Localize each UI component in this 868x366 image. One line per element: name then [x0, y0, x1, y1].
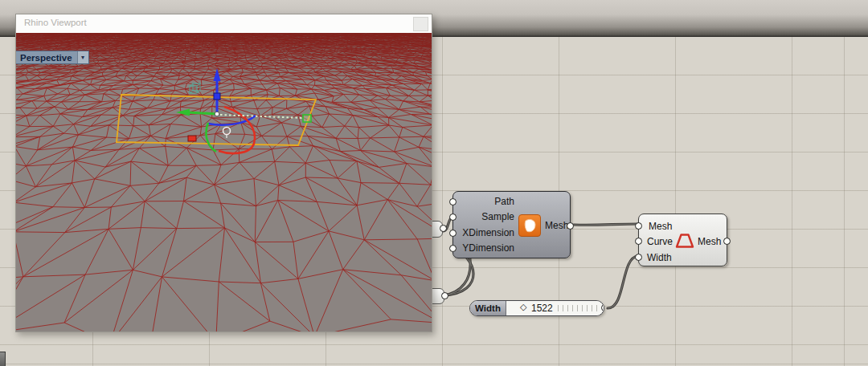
port-sample[interactable] [449, 214, 457, 221]
slider-label: Width [470, 301, 506, 315]
input-ydimension: YDimension [457, 241, 514, 257]
input-sample: Sample [457, 209, 514, 226]
port-path[interactable] [449, 198, 457, 205]
input-mesh: Mesh [649, 221, 672, 232]
clipped-ui-chip [0, 352, 6, 366]
close-button[interactable] [413, 17, 428, 31]
gumball-z-arrowhead[interactable] [214, 68, 221, 81]
input-width: Width [647, 252, 672, 263]
input-labels: Path Sample XDimension YDimension [457, 194, 514, 257]
rotate-arc-red[interactable] [219, 107, 255, 153]
drag-handle-green-square[interactable] [303, 115, 311, 122]
gumball-x-arrow[interactable] [188, 112, 217, 114]
width-number-slider[interactable]: Width ◇ 1522 [469, 300, 604, 316]
port-mesh-in[interactable] [635, 222, 642, 230]
window-titlebar[interactable]: Rhino Viewport [16, 14, 432, 34]
output-port[interactable] [440, 225, 447, 232]
slider-value: 1522 [531, 303, 553, 314]
viewport-mode-dropdown[interactable]: Perspective ▾ [16, 51, 89, 64]
input-curve: Curve [647, 236, 673, 247]
rhino-viewport-window[interactable]: Rhino Viewport [15, 14, 432, 332]
drag-track-dotted [220, 115, 304, 118]
chevron-down-icon[interactable]: ▾ [77, 51, 88, 63]
component-loft[interactable]: Mesh Curve Width Mesh [638, 214, 727, 266]
output-mesh-label: Mesh [698, 236, 721, 247]
trapezoid-icon [674, 233, 695, 249]
slider-track[interactable]: ◇ 1522 [506, 301, 604, 315]
slider-ticks [558, 305, 600, 311]
scale-handle-red[interactable] [188, 136, 196, 141]
rotate-arc-green[interactable] [206, 123, 216, 152]
snap-cube-icon [190, 83, 200, 93]
viewport-mode-label: Perspective [16, 51, 77, 63]
output-mesh-label: Mesh [545, 220, 568, 231]
mouse-cursor-circle [223, 128, 231, 135]
port-xdimension[interactable] [449, 230, 457, 237]
component-mesh-surface[interactable]: Path Sample XDimension YDimension Mesh [452, 191, 571, 258]
input-xdimension: XDimension [457, 226, 514, 242]
window-title: Rhino Viewport [24, 18, 87, 27]
input-path: Path [457, 194, 514, 210]
port-mesh-out[interactable] [723, 238, 731, 245]
port-curve-in[interactable] [635, 238, 642, 245]
gumball-overlay [16, 33, 432, 331]
port-ydimension[interactable] [449, 245, 457, 252]
gumball-center[interactable] [215, 112, 219, 116]
port-width-in[interactable] [635, 254, 642, 261]
viewport-3d[interactable]: Perspective ▾ [16, 33, 432, 331]
slider-diamond-handle[interactable]: ◇ [520, 302, 526, 312]
output-port[interactable] [441, 292, 448, 299]
mesh-surface-icon [518, 214, 541, 237]
slider-output-port[interactable] [601, 304, 604, 311]
gumball-x-arrowhead[interactable] [176, 109, 190, 116]
gumball-z-handle[interactable] [214, 93, 220, 100]
port-mesh-out[interactable] [567, 222, 574, 230]
